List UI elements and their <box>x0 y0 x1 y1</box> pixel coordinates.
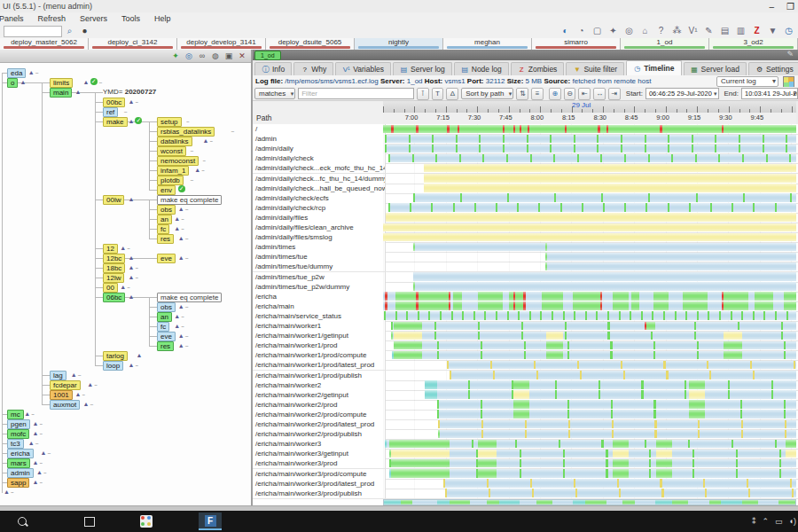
tree-node-eda[interactable]: eda <box>7 68 26 78</box>
timeline-path[interactable]: /ericha/main/worker2/prod/compute <box>253 410 386 419</box>
toolbar-icon-11[interactable]: ▤ <box>719 25 731 36</box>
maximize-button[interactable]: ❐ <box>786 2 794 12</box>
toolbar-icon-10[interactable]: ✎ <box>703 25 715 36</box>
node-attribute-icon[interactable]: ▲ <box>194 166 200 174</box>
server-tab-nightly[interactable]: nightly <box>355 38 443 50</box>
timeline-path[interactable]: /ericha/main/worker1/getinput <box>253 331 386 340</box>
tree-node-obs[interactable]: obs <box>157 205 176 215</box>
timeline-path[interactable]: /admin/daily/check <box>253 153 386 163</box>
timeline-path[interactable]: /admin/daily/files/smslog <box>253 232 386 242</box>
tree-node-mc[interactable]: mc <box>7 410 24 419</box>
tree-node-setup[interactable]: setup <box>157 117 182 127</box>
node-attribute-icon[interactable]: ▲ <box>4 488 10 496</box>
tree-node-ref[interactable]: ref <box>103 107 118 117</box>
menu-refresh[interactable]: Refresh <box>31 14 74 23</box>
tree-node-an[interactable]: an <box>157 215 172 224</box>
timeline-path[interactable]: /admin/times/tue_p2w/dummy <box>253 282 386 292</box>
timeline-path[interactable]: /ericha/main/worker1/prod <box>253 340 386 350</box>
timeline-path[interactable]: /ericha/main/worker1 <box>253 321 386 331</box>
server-tab-deploy_develop_3141[interactable]: deploy_develop_3141 <box>177 38 266 50</box>
node-attribute-icon[interactable]: ▲ <box>120 283 126 291</box>
node-attribute-icon[interactable]: ▲ <box>41 449 47 457</box>
tree-node-sapp[interactable]: sapp <box>7 478 29 488</box>
tree-node-mars[interactable]: mars <box>7 458 30 468</box>
tree-node-12[interactable]: 12 <box>103 244 118 254</box>
tree-node-nemoconst[interactable]: nemoconst <box>157 156 199 166</box>
timeline-path[interactable]: /ericha <box>253 292 386 301</box>
tree-node-06bc[interactable]: 06bc <box>103 293 125 302</box>
menu-help[interactable]: Help <box>147 14 178 23</box>
timeline-path[interactable]: /ericha/main/worker1/prod/compute <box>253 350 386 360</box>
tab-info[interactable]: ⓘInfo <box>254 62 292 75</box>
zoom-in-icon[interactable]: ⊕ <box>549 88 561 100</box>
node-attribute-icon[interactable]: ▲ <box>87 380 93 388</box>
server-tab-simarro[interactable]: simarro <box>532 38 621 50</box>
tree-node-12bc[interactable]: 12bc <box>103 254 125 263</box>
server-tab-deploy_master_5062[interactable]: deploy_master_5062 <box>0 38 89 50</box>
node-attribute-icon[interactable]: ▲ <box>202 137 208 145</box>
timeline-path[interactable]: /admin/daily/check/rcp <box>253 203 386 213</box>
tree-node-12lw[interactable]: 12lw <box>103 273 124 283</box>
menu-panels[interactable]: Panels <box>0 14 31 23</box>
node-attribute-icon[interactable]: ▲ <box>120 244 126 252</box>
timeline-path[interactable]: /ericha/main/service_status <box>253 311 386 321</box>
filter-option-2-icon[interactable]: T <box>432 88 444 100</box>
matches-dropdown[interactable]: matches <box>254 88 295 99</box>
tree-node-make-eq-complete[interactable]: make eq complete <box>157 293 222 302</box>
go-to-start-icon[interactable]: ⇤ <box>578 88 591 100</box>
tab-variables[interactable]: V¹Variables <box>335 62 391 75</box>
timeline-path[interactable]: /ericha/main/worker3/prod/latest_prod <box>253 479 386 489</box>
server-tab-meghan[interactable]: meghan <box>443 38 532 50</box>
tray-app-icon[interactable]: ⁑ <box>752 517 756 526</box>
node-attribute-icon[interactable]: ▲ <box>32 429 38 437</box>
toolbar-icon-15[interactable]: ◷ <box>783 25 794 36</box>
tab-why[interactable]: ?Why <box>293 62 333 75</box>
zoom-icon[interactable]: ◎ <box>184 51 194 61</box>
timeline-path[interactable]: /admin/daily/files/clean_archive <box>253 223 386 232</box>
node-attribute-icon[interactable]: ▲ <box>174 215 180 223</box>
close-icon[interactable]: ✕ <box>237 51 247 61</box>
filter-option-3-icon[interactable]: Δ <box>446 88 458 100</box>
tree-node-pgen[interactable]: pgen <box>7 419 30 429</box>
toolbar-icon-12[interactable]: ▥ <box>735 25 747 36</box>
tree-node-00[interactable]: 00 <box>103 283 118 293</box>
node-attribute-icon[interactable]: ▲ <box>178 234 184 242</box>
node-attribute-icon[interactable]: ▲ <box>178 302 184 310</box>
node-attribute-icon[interactable]: ▲ <box>128 195 134 203</box>
menu-servers[interactable]: Servers <box>73 14 114 23</box>
tab-settings[interactable]: ⚙Settings <box>748 62 798 75</box>
timeline-path[interactable]: /ericha/main/worker3/prod <box>253 458 386 468</box>
task-view-button[interactable] <box>78 512 101 530</box>
timeline-path[interactable]: /admin/times/tue/dummy <box>253 262 386 271</box>
timeline-overview-strip[interactable] <box>383 499 796 505</box>
node-attribute-icon[interactable]: ▲ <box>128 361 134 369</box>
node-attribute-icon[interactable]: ▲ <box>174 312 180 320</box>
sort-dropdown[interactable]: Sort by path <box>461 88 513 99</box>
speaker-icon[interactable]: ◖) <box>789 517 796 526</box>
timeline-path[interactable]: /admin/daily/check...hall_be_queued_now <box>253 184 386 193</box>
timeline-path[interactable]: /admin/times/tue_p2w <box>253 272 386 282</box>
tab-server-load[interactable]: ▦Server load <box>684 62 747 75</box>
fit-range-icon[interactable]: ↔ <box>593 88 606 100</box>
timeline-path[interactable]: /ericha/main/worker2/prod/publish <box>253 429 386 439</box>
filter-option-1-icon[interactable]: ⊺ <box>417 88 429 100</box>
tree-node-admin[interactable]: admin <box>7 468 34 478</box>
node-attribute-icon[interactable]: ▲ <box>174 224 180 232</box>
node-attribute-icon[interactable]: ▲ <box>36 468 43 476</box>
toolbar-icon-3[interactable]: ▢ <box>591 25 603 36</box>
toolbar-icon-6[interactable]: ⌂ <box>639 25 651 36</box>
node-attribute-icon[interactable]: ▲ <box>24 410 30 418</box>
tree-node-lag[interactable]: lag <box>50 371 66 380</box>
node-attribute-icon[interactable]: ▲ <box>83 78 90 86</box>
tab-zombies[interactable]: ZZombies <box>511 62 565 75</box>
node-attribute-icon[interactable]: ▲ <box>32 478 38 486</box>
timeline-path[interactable]: /ericha/main/worker3/prod/compute <box>253 469 386 479</box>
globe-icon[interactable]: ● <box>79 25 90 36</box>
toolbar-icon-5[interactable]: ◎ <box>623 25 635 36</box>
toolbar-icon-9[interactable]: V¹ <box>687 25 699 36</box>
timeline-path[interactable]: /admin/daily/check...fc_thu_hc_14/dummy <box>253 174 386 184</box>
node-attribute-icon[interactable]: ▲ <box>137 351 143 359</box>
server-chip[interactable]: 1_od <box>254 51 281 60</box>
server-tab-1_od[interactable]: 1_od <box>621 38 709 50</box>
node-attribute-icon[interactable]: ▲ <box>28 439 35 447</box>
